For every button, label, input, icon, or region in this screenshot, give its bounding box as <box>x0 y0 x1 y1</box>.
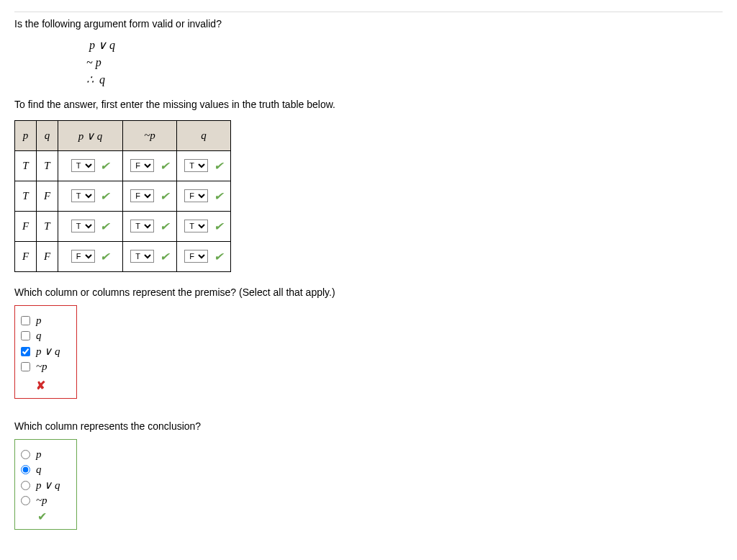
checkbox-premise-q[interactable] <box>21 331 30 340</box>
check-icon: ✔ <box>160 250 169 263</box>
premise-options: p q p ∨ q ~p ✘ <box>14 305 77 399</box>
header-np: ~p <box>123 121 177 151</box>
option-label: q <box>36 464 42 476</box>
select-pvq-1[interactable]: T <box>71 189 95 202</box>
check-icon: ✔ <box>100 220 109 233</box>
option-label: q <box>36 330 42 342</box>
table-row: T F T ✔ F ✔ F ✔ <box>15 181 231 212</box>
header-qc: q <box>177 121 231 151</box>
select-np-3[interactable]: T <box>130 250 154 263</box>
argument-line-1: p ∨ q <box>86 37 723 54</box>
select-qc-0[interactable]: T <box>184 159 208 172</box>
conclusion-options: p q p ∨ q ~p ✔ <box>14 439 77 530</box>
option-label: p <box>36 315 42 327</box>
header-q: q <box>37 121 58 151</box>
select-np-1[interactable]: F <box>130 189 154 202</box>
cell-qc: T ✔ <box>177 212 231 242</box>
check-icon: ✔ <box>214 250 223 263</box>
cell-q: T <box>37 212 58 242</box>
check-icon: ✔ <box>100 189 109 203</box>
check-icon: ✔ <box>100 250 109 263</box>
table-row: F T T ✔ T ✔ T ✔ <box>15 212 231 242</box>
premise-question: Which column or columns represent the pr… <box>14 286 723 298</box>
cell-pvq: F ✔ <box>58 242 123 272</box>
select-qc-1[interactable]: F <box>184 189 208 202</box>
select-pvq-2[interactable]: T <box>71 220 95 232</box>
option-label: p ∨ q <box>36 345 60 358</box>
cell-p: F <box>15 242 37 272</box>
cell-np: F ✔ <box>123 181 177 212</box>
option-label: p <box>36 448 42 461</box>
check-icon: ✔ <box>160 159 169 173</box>
conclusion-question: Which column represents the conclusion? <box>14 420 723 432</box>
argument-line-2: ~ p <box>86 54 723 71</box>
option-label: p ∨ q <box>36 479 60 492</box>
cell-pvq: T ✔ <box>58 181 123 212</box>
cell-q: F <box>37 242 58 272</box>
cell-q: F <box>37 181 58 212</box>
cell-q: T <box>37 151 58 181</box>
cell-qc: F ✔ <box>177 181 231 212</box>
cross-icon: ✘ <box>36 379 45 392</box>
header-pvq: p ∨ q <box>58 121 123 151</box>
radio-conclusion-p[interactable] <box>21 450 30 459</box>
option-label: ~p <box>36 361 48 373</box>
cell-qc: F ✔ <box>177 242 231 272</box>
radio-conclusion-pvq[interactable] <box>21 481 30 490</box>
check-icon: ✔ <box>214 159 223 173</box>
cell-p: F <box>15 212 37 242</box>
table-row: T T T ✔ F ✔ T ✔ <box>15 151 231 181</box>
instruction-text: To find the answer, first enter the miss… <box>14 99 723 110</box>
cell-qc: T ✔ <box>177 151 231 181</box>
option-label: ~p <box>36 494 48 507</box>
header-p: p <box>15 121 37 151</box>
check-icon: ✔ <box>214 220 223 233</box>
divider <box>14 12 723 12</box>
radio-conclusion-np[interactable] <box>21 496 30 505</box>
cell-pvq: T ✔ <box>58 151 123 181</box>
select-qc-3[interactable]: F <box>184 250 208 263</box>
cell-np: T ✔ <box>123 242 177 272</box>
cell-pvq: T ✔ <box>58 212 123 242</box>
select-np-2[interactable]: T <box>130 220 154 232</box>
check-icon: ✔ <box>160 220 169 233</box>
select-np-0[interactable]: F <box>130 159 154 172</box>
radio-conclusion-q[interactable] <box>21 465 30 474</box>
cell-np: F ✔ <box>123 151 177 181</box>
check-icon: ✔ <box>160 189 169 203</box>
select-pvq-3[interactable]: F <box>71 250 95 263</box>
checkbox-premise-np[interactable] <box>21 362 30 371</box>
check-icon: ✔ <box>100 159 109 173</box>
cell-np: T ✔ <box>123 212 177 242</box>
select-pvq-0[interactable]: T <box>71 159 95 172</box>
table-row: F F F ✔ T ✔ F ✔ <box>15 242 231 272</box>
argument-line-3: ∴ q <box>86 71 723 89</box>
truth-table: p q p ∨ q ~p q T T T ✔ F ✔ T ✔ T F T ✔ F… <box>14 120 231 272</box>
check-icon: ✔ <box>37 510 47 523</box>
cell-p: T <box>15 181 37 212</box>
check-icon: ✔ <box>214 189 223 203</box>
question-text: Is the following argument form valid or … <box>14 18 723 30</box>
checkbox-premise-pvq[interactable] <box>21 347 30 356</box>
select-qc-2[interactable]: T <box>184 220 208 232</box>
argument-form: p ∨ q ~ p ∴ q <box>86 37 723 89</box>
checkbox-premise-p[interactable] <box>21 316 30 325</box>
cell-p: T <box>15 151 37 181</box>
